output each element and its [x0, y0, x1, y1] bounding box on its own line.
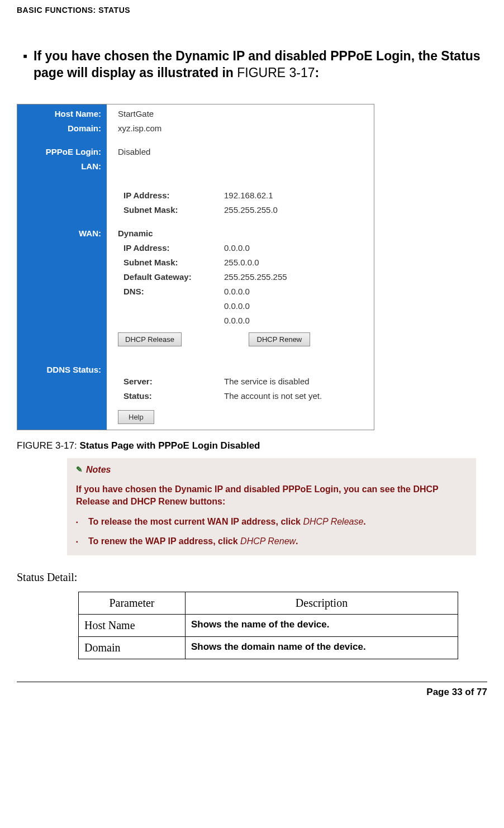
ddns-server-label: Server:	[118, 374, 224, 389]
notes-box: ✎ Notes If you have chosen the Dynamic I…	[67, 458, 476, 555]
notes-b2-text: To renew the WAP IP address, click	[88, 536, 240, 546]
sidebar-pppoe-label: PPPoE Login:	[17, 145, 107, 159]
wan-mask-label: Subnet Mask:	[118, 255, 224, 270]
wan-dns1: 0.0.0.0	[224, 284, 374, 299]
pppoe-value: Disabled	[118, 145, 374, 159]
lan-mask-label: Subnet Mask:	[118, 203, 224, 217]
param-name: Domain	[79, 636, 186, 659]
hostname-value: StartGate	[118, 107, 374, 121]
bullet-square-icon: ▪	[76, 535, 88, 548]
notes-b1-em: DHCP Release	[303, 517, 363, 526]
notes-b2-em: DHCP Renew	[240, 536, 296, 546]
intro-suffix: :	[315, 65, 320, 80]
param-desc: Shows the domain name of the device.	[186, 636, 458, 659]
ddns-status-value: The account is not set yet.	[224, 389, 374, 403]
wan-ip-value: 0.0.0.0	[224, 241, 374, 255]
screenshot-sidebar: Host Name: Domain: PPPoE Login: LAN: WAN…	[17, 104, 107, 430]
notes-b1-text: To release the most current WAN IP addre…	[88, 517, 303, 526]
lan-ip-value: 192.168.62.1	[224, 188, 374, 203]
lan-ip-label: IP Address:	[118, 188, 224, 203]
status-detail-label: Status Detail:	[17, 571, 487, 584]
figure-title: Status Page with PPPoE Login Disabled	[79, 440, 260, 451]
sidebar-hostname-label: Host Name:	[17, 107, 107, 121]
sidebar-wan-label: WAN:	[17, 226, 107, 241]
notes-title: Notes	[86, 464, 111, 476]
table-row: Domain Shows the domain name of the devi…	[79, 636, 458, 659]
intro-figref: FIGURE 3-17	[237, 65, 315, 80]
sidebar-ddns-label: DDNS Status:	[17, 363, 107, 377]
parameter-table: Parameter Description Host Name Shows th…	[78, 592, 458, 659]
table-row: Host Name Shows the name of the device.	[79, 614, 458, 636]
lan-mask-value: 255.255.255.0	[224, 203, 374, 217]
wan-dns3: 0.0.0.0	[224, 313, 374, 328]
table-header-parameter: Parameter	[79, 592, 186, 614]
wan-mode: Dynamic	[118, 226, 374, 241]
wan-dns2: 0.0.0.0	[224, 299, 374, 313]
wan-dns-label: DNS:	[118, 284, 224, 299]
dhcp-release-button[interactable]: DHCP Release	[118, 332, 182, 346]
param-name: Host Name	[79, 614, 186, 636]
table-header-description: Description	[186, 592, 458, 614]
pencil-icon: ✎	[76, 464, 83, 475]
section-header: BASIC FUNCTIONS: STATUS	[17, 6, 487, 15]
domain-value: xyz.isp.com	[118, 121, 374, 136]
bullet-square-icon: ▪	[76, 516, 88, 528]
wan-gateway-label: Default Gateway:	[118, 270, 224, 284]
bullet-dot: ▪	[17, 48, 34, 82]
intro-paragraph: ▪ If you have chosen the Dynamic IP and …	[17, 48, 487, 82]
figure-caption: FIGURE 3-17: Status Page with PPPoE Logi…	[17, 440, 487, 451]
wan-gateway-value: 255.255.255.255	[224, 270, 374, 284]
page-footer: Page 33 of 77	[17, 682, 487, 698]
help-button[interactable]: Help	[118, 410, 154, 424]
param-desc: Shows the name of the device.	[186, 614, 458, 636]
wan-ip-label: IP Address:	[118, 241, 224, 255]
sidebar-lan-label: LAN:	[17, 159, 107, 174]
figure-label: FIGURE 3-17:	[17, 440, 79, 451]
dhcp-renew-button[interactable]: DHCP Renew	[249, 332, 310, 346]
wan-mask-value: 255.0.0.0	[224, 255, 374, 270]
screenshot-content: StartGate xyz.isp.com Disabled IP Addres…	[107, 104, 374, 430]
sidebar-domain-label: Domain:	[17, 121, 107, 136]
status-screenshot: Host Name: Domain: PPPoE Login: LAN: WAN…	[17, 104, 374, 430]
notes-b2-post: .	[296, 536, 298, 546]
ddns-server-value: The service is disabled	[224, 374, 374, 389]
ddns-status-label: Status:	[118, 389, 224, 403]
notes-b1-post: .	[363, 517, 365, 526]
notes-body: If you have chosen the Dynamic IP and di…	[76, 483, 467, 507]
